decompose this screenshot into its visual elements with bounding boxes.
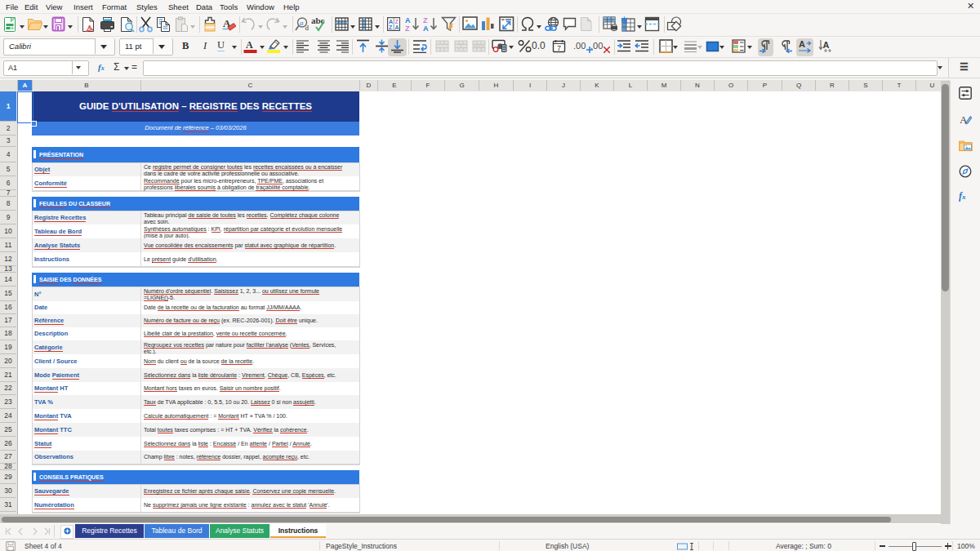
svg-text:7: 7 — [557, 44, 561, 52]
svg-text:d: d — [305, 24, 310, 32]
svg-text:Z: Z — [423, 16, 428, 24]
svg-text:a: a — [300, 19, 304, 27]
svg-text:Z: Z — [389, 24, 393, 30]
svg-text:A: A — [423, 24, 429, 33]
svg-text:A: A — [799, 39, 805, 49]
svg-text:Z: Z — [395, 19, 399, 24]
svg-text:A: A — [246, 39, 253, 51]
svg-text:A: A — [822, 40, 829, 50]
svg-text:A: A — [405, 16, 411, 24]
svg-text:Z: Z — [405, 24, 410, 33]
svg-text:A: A — [395, 24, 399, 30]
svg-text:A: A — [389, 19, 393, 24]
